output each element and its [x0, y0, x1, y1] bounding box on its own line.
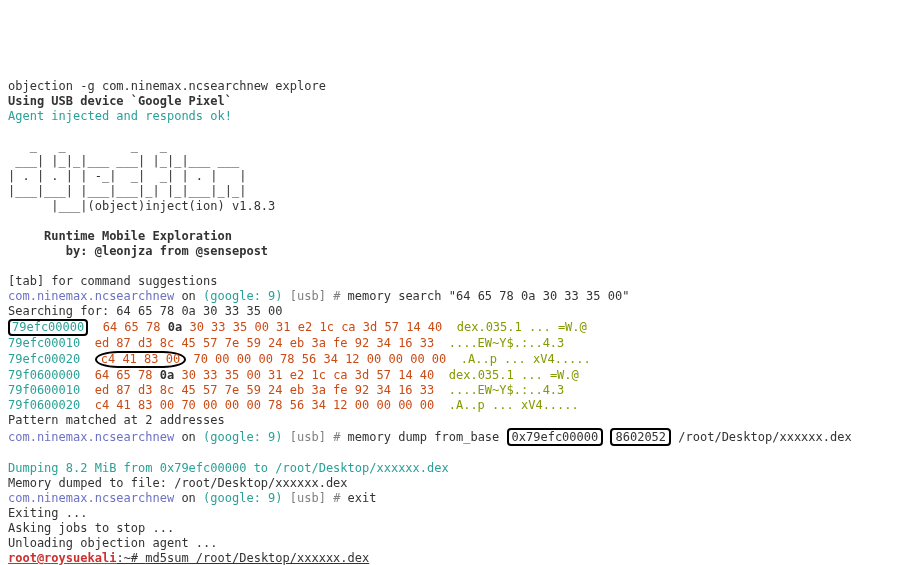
- ascii-art-3: |___|___| |___|___|_| |_|___|_|_|: [8, 184, 246, 198]
- prompt-line-1[interactable]: com.ninemax.ncsearchnew on (google: 9) […: [8, 289, 629, 303]
- cmd-memory-search: memory search "64 65 78 0a 30 33 35 00": [348, 289, 630, 303]
- hex-row: 79efc00020 c4 41 83 00 70 00 00 00 78 56…: [8, 352, 591, 366]
- agent-ok-line: Agent injected and responds ok!: [8, 109, 232, 123]
- hex-addr: 79efc00010: [8, 336, 80, 350]
- hex-row: 79f0600000 64 65 78 0a 30 33 35 00 31 e2…: [8, 368, 579, 382]
- cmd-memory-dump: memory dump from_base: [348, 430, 507, 444]
- hex-size-bytes: c4 41 83 00: [95, 351, 186, 368]
- hex-addr: 79efc00000: [8, 319, 88, 336]
- hex-addr: 79f0600010: [8, 383, 80, 397]
- memory-dumped-msg: Memory dumped to file: /root/Desktop/xxx…: [8, 476, 348, 490]
- hex-row: 79f0600020 c4 41 83 00 70 00 00 00 78 56…: [8, 398, 579, 412]
- hex-row: 79efc00000 64 65 78 0a 30 33 35 00 31 e2…: [8, 320, 587, 334]
- hex-addr: 79f0600020: [8, 398, 80, 412]
- byline: by: @leonjza from @sensepost: [8, 244, 268, 258]
- device-label: (google: 9): [203, 289, 282, 303]
- cmd-exit: exit: [348, 491, 377, 505]
- hex-addr: 79efc00020: [8, 352, 80, 366]
- app-pkg: com.ninemax.ncsearchnew: [8, 289, 174, 303]
- ascii-art-1: ___| |_|_|___ ___| |_|_|___ ___: [8, 154, 239, 168]
- runtime-title: Runtime Mobile Exploration: [8, 229, 232, 243]
- searching-for: Searching for: 64 65 78 0a 30 33 35 00: [8, 304, 283, 318]
- hex-addr: 79f0600000: [8, 368, 80, 382]
- asking-jobs-msg: Asking jobs to stop ...: [8, 521, 174, 535]
- usb-label: [usb] #: [283, 289, 348, 303]
- hex-row: 79f0600010 ed 87 d3 8c 45 57 7e 59 24 eb…: [8, 383, 564, 397]
- cmd-md5sum-1: md5sum /root/Desktop/xxxxxx.dex: [145, 551, 369, 565]
- pattern-matched: Pattern matched at 2 addresses: [8, 413, 225, 427]
- prompt-line-2[interactable]: com.ninemax.ncsearchnew on (google: 9) […: [8, 430, 852, 444]
- tab-hint: [tab] for command suggestions: [8, 274, 218, 288]
- cmd-invocation: objection -g com.ninemax.ncsearchnew exp…: [8, 79, 326, 93]
- dump-dest-path: /root/Desktop/xxxxxx.dex: [671, 430, 852, 444]
- dump-size: 8602052: [610, 428, 671, 446]
- shell-user-host: root@roysuekali: [8, 551, 116, 565]
- ascii-art-4: |___|(object)inject(ion) v1.8.3: [8, 199, 275, 213]
- ascii-art-2: | . | . | | -_| _| _| | . | |: [8, 169, 246, 183]
- dump-base-addr: 0x79efc00000: [507, 428, 604, 446]
- ascii-art-0: _ _ _ _: [8, 139, 167, 153]
- exiting-msg: Exiting ...: [8, 506, 87, 520]
- dumping-msg: Dumping 8.2 MiB from 0x79efc00000 to /ro…: [8, 461, 449, 475]
- shell-prompt-1[interactable]: root@roysuekali:~# md5sum /root/Desktop/…: [8, 551, 369, 565]
- terminal-output: objection -g com.ninemax.ncsearchnew exp…: [8, 64, 916, 565]
- usb-device-line: Using USB device `Google Pixel`: [8, 94, 232, 108]
- prompt-line-3[interactable]: com.ninemax.ncsearchnew on (google: 9) […: [8, 491, 377, 505]
- hex-row: 79efc00010 ed 87 d3 8c 45 57 7e 59 24 eb…: [8, 336, 564, 350]
- unloading-msg: Unloading objection agent ...: [8, 536, 218, 550]
